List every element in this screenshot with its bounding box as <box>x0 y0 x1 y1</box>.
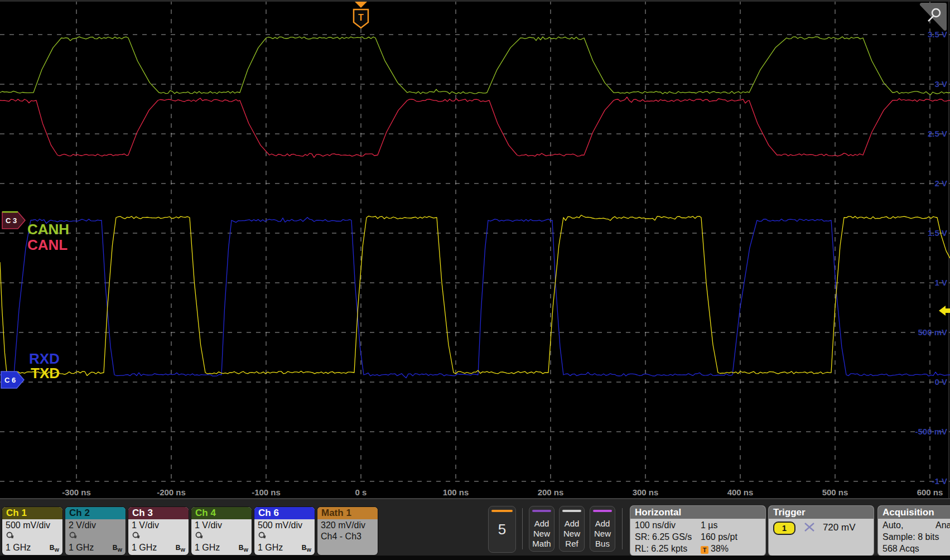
horizontal-panel[interactable]: Horizontal 100 ns/div 1 µs SR: 6.25 GS/s… <box>630 506 765 556</box>
acquisition-sample-bits: Sample: 8 bits <box>883 531 950 543</box>
time-label: 100 ns <box>443 487 469 497</box>
channel-bandwidth: 1 GHz <box>132 543 157 553</box>
channel-math-source: Ch4 - Ch3 <box>317 530 378 542</box>
add-button-line: Add <box>590 519 615 529</box>
trace-txd <box>0 215 950 376</box>
bandwidth-limit-badge: BW <box>302 544 311 553</box>
probe-icon <box>191 530 252 540</box>
channel-bandwidth: 1 GHz <box>6 543 31 553</box>
horizontal-row-scale: 100 ns/div 1 µs <box>635 519 761 531</box>
acquisition-row-mode: Auto, Ana <box>883 519 950 531</box>
volt-label: 1 V <box>934 278 947 287</box>
waveform-display[interactable]: 3.5 V3 V2.5 V2 V1.5 V1 V500 mV0 V-500 mV… <box>0 0 950 498</box>
add-button-line: New <box>560 529 584 539</box>
bandwidth-limit-badge: BW <box>239 544 248 553</box>
channel-badge-header: Math 1 <box>317 507 378 519</box>
add-button-line: Ref <box>560 539 584 549</box>
horizontal-panel-title: Horizontal <box>630 506 765 519</box>
trigger-position-percent: 38% <box>711 544 729 553</box>
add-button-line: Add <box>529 519 554 529</box>
volt-label: -1 V <box>932 476 947 486</box>
add-button-line: Bus <box>590 539 615 549</box>
time-label: 600 ns <box>917 487 943 497</box>
probe-icon <box>254 530 315 540</box>
add-new-math-accent <box>532 510 551 512</box>
bar-separator-1 <box>622 508 623 549</box>
horizontal-trigger-position: T38% <box>701 543 761 554</box>
channel-scale: 500 mV/div <box>254 519 315 530</box>
volt-label: 2.5 V <box>928 129 947 138</box>
channel-marker-label: C 3 <box>6 216 17 225</box>
channel-badge-ch-2[interactable]: Ch 22 V/div1 GHzBW <box>65 507 126 555</box>
channel-badge-header: Ch 2 <box>65 507 126 519</box>
channel-marker-label: C 6 <box>4 376 16 384</box>
horizontal-rl: RL: 6.25 kpts <box>635 543 701 554</box>
oscilloscope-screen: 3.5 V3 V2.5 V2 V1.5 V1 V500 mV0 V-500 mV… <box>0 0 950 560</box>
trigger-position-letter: T <box>358 13 364 22</box>
trace-canl <box>0 97 950 157</box>
trace-rxd <box>0 218 950 378</box>
acquisition-panel[interactable]: Acquisition Auto, Ana Sample: 8 bits 568… <box>878 506 950 556</box>
time-label: -300 ns <box>62 487 91 497</box>
channel-badge-header: Ch 4 <box>191 507 252 519</box>
channel-scale: 2 V/div <box>65 519 126 530</box>
channel-badge-ch-6[interactable]: Ch 6500 mV/div1 GHzBW <box>254 507 315 555</box>
volt-label: 2 V <box>934 178 947 188</box>
channel-scale: 1 V/div <box>191 519 252 530</box>
channel-bottom-row: 1 GHzBW <box>6 543 59 553</box>
trigger-slope-either-icon <box>803 522 816 533</box>
channel-5-label: 5 <box>498 521 506 538</box>
channel-badge-ch-1[interactable]: Ch 1500 mV/div1 GHzBW <box>2 507 62 555</box>
time-label: 300 ns <box>633 487 659 497</box>
channel-bottom-row: 1 GHzBW <box>195 543 248 553</box>
magnifier-handle-icon <box>928 16 933 21</box>
add-new-ref-button[interactable]: AddNewRef <box>559 506 585 552</box>
volt-label: 500 mV <box>918 327 947 337</box>
channel-bottom-row: 1 GHzBW <box>69 543 122 553</box>
channel-badge-ch-4[interactable]: Ch 41 V/div1 GHzBW <box>191 507 252 555</box>
channel-badge-math-1[interactable]: Math 1320 mV/divCh4 - Ch3 <box>317 507 378 555</box>
trigger-panel[interactable]: Trigger 1 720 mV <box>769 506 874 556</box>
add-button-line: Add <box>560 519 584 529</box>
acquisition-mode-right: Ana <box>935 519 950 531</box>
probe-icon <box>65 530 126 540</box>
trace-name-canl: CANL <box>27 236 67 253</box>
trigger-source-badge[interactable]: 1 <box>773 522 795 535</box>
acquisition-panel-title: Acquisition <box>878 506 950 519</box>
channel-5-button[interactable]: 5 <box>488 506 516 553</box>
trigger-level-value: 720 mV <box>823 522 856 533</box>
add-button-line: New <box>529 529 554 539</box>
horizontal-sr: SR: 6.25 GS/s <box>635 531 701 543</box>
horizontal-row-samplerate: SR: 6.25 GS/s 160 ps/pt <box>635 531 761 543</box>
volt-label: 1.5 V <box>928 228 947 238</box>
channel-bandwidth: 1 GHz <box>69 543 94 553</box>
probe-icon <box>2 530 62 540</box>
bandwidth-limit-badge: BW <box>176 544 185 553</box>
bandwidth-limit-badge: BW <box>113 544 122 553</box>
trace-name-txd: TXD <box>31 365 60 382</box>
channel-badge-header: Ch 6 <box>254 507 315 519</box>
trigger-level-arrow-icon[interactable] <box>939 306 950 316</box>
channel-scale: 320 mV/div <box>317 519 378 530</box>
probe-icon <box>128 530 189 540</box>
horizontal-window: 1 µs <box>701 519 761 531</box>
volt-label: 3 V <box>934 79 947 89</box>
channel-badge-ch-3[interactable]: Ch 31 V/div1 GHzBW <box>128 507 189 555</box>
channel-bandwidth: 1 GHz <box>258 543 283 553</box>
time-label: 200 ns <box>538 487 564 497</box>
volt-label: 0 V <box>934 377 947 387</box>
add-new-bus-button[interactable]: AddNewBus <box>590 506 615 552</box>
channel-5-accent <box>491 510 513 512</box>
trace-name-canh: CANH <box>27 221 69 238</box>
bar-separator-0 <box>522 508 523 549</box>
trigger-position-icon: T <box>701 546 708 554</box>
acquisition-mode: Auto, <box>883 519 935 531</box>
acquisition-count: 568 Acqs <box>883 543 950 554</box>
top-strip <box>0 0 950 2</box>
channel-bandwidth: 1 GHz <box>195 543 220 553</box>
settings-bar: Horizontal 100 ns/div 1 µs SR: 6.25 GS/s… <box>0 498 950 560</box>
trace-canh <box>0 37 950 95</box>
add-button-line: New <box>590 529 615 539</box>
add-new-math-button[interactable]: AddNewMath <box>529 506 554 552</box>
time-label: -100 ns <box>252 487 281 497</box>
